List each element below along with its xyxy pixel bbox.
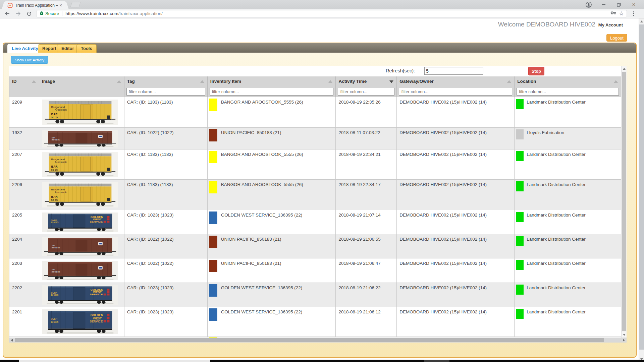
location-color-swatch [516, 129, 524, 139]
tab-title: TrainTraxx Application – T [15, 3, 58, 8]
table-vertical-scrollbar[interactable] [621, 66, 627, 338]
column-header-gateway-owner[interactable]: Gateway/Owner [397, 76, 515, 86]
table-row[interactable]: 2202 CAR: (ID: 1023) (1023) GOLDEN WEST … [9, 283, 621, 307]
cell-image [39, 128, 124, 149]
cell-tag: CAR: (ID: 1183) (1183) [124, 97, 208, 127]
location-color-swatch [516, 212, 524, 222]
filter-input-tag[interactable] [126, 88, 205, 96]
cell-id: 2201 [9, 307, 39, 337]
cell-inventory-item: UNION PACIFIC_850183 (21) [208, 234, 336, 258]
back-icon[interactable] [3, 10, 11, 18]
my-account-link[interactable]: My Account [598, 22, 623, 27]
cell-inventory-item: UNION PACIFIC_850183 (21) [208, 258, 336, 283]
cell-id: 2207 [9, 149, 39, 179]
table-row[interactable]: 2204 CAR: (ID: 1022) (1022) UNION PACIFI… [9, 234, 621, 258]
table-row[interactable]: 2205 CAR: (ID: 1023) (1023) GOLDEN WEST … [9, 210, 621, 234]
scroll-up-icon[interactable] [639, 18, 644, 24]
cell-activity-time: 2018-08-19 21:07:14 [336, 210, 397, 234]
table-filter-row [9, 86, 621, 97]
window-restore-button[interactable] [611, 0, 626, 9]
stop-button[interactable]: Stop [528, 67, 544, 75]
cell-gateway-owner: DEMOBOARD HIVE002 (15)/HIVE002 (14) [397, 128, 515, 149]
train-car-photo [42, 100, 118, 125]
table-body: 2209 CAR: (ID: 1183) (1183) BANGOR AND A… [9, 97, 621, 337]
location-color-swatch [516, 260, 524, 270]
cell-gateway-owner: DEMOBOARD HIVE002 (15)/HIVE002 (14) [397, 258, 515, 283]
cell-gateway-owner: DEMOBOARD HIVE002 (15)/HIVE002 (14) [397, 307, 515, 337]
filter-input-location[interactable] [517, 88, 619, 96]
column-header-id[interactable]: ID [9, 76, 39, 86]
table-row[interactable]: 2206 CAR: (ID: 1183) (1183) BANGOR AND A… [9, 180, 621, 210]
table-row[interactable]: 2207 CAR: (ID: 1183) (1183) BANGOR AND A… [9, 149, 621, 180]
table-header-row: ID Image Tag Inventory Item Activity Tim… [9, 76, 621, 86]
table-hscrollbar-thumb[interactable] [15, 338, 604, 342]
cell-activity-time: 2018-08-19 21:06:22 [336, 283, 397, 307]
train-car-photo [42, 285, 118, 305]
scroll-up-icon[interactable] [622, 66, 627, 71]
cell-image [39, 283, 124, 307]
cell-activity-time: 2018-08-19 21:06:47 [336, 258, 397, 283]
cell-image [39, 258, 124, 283]
window-minimize-button[interactable] [596, 0, 611, 9]
show-live-activity-button[interactable]: Show Live Activity [11, 56, 48, 64]
cell-activity-time: 2018-08-19 21:06:55 [336, 234, 397, 258]
cell-id: 2202 [9, 283, 39, 307]
tab-live-activity[interactable]: Live Activity [7, 44, 43, 53]
column-header-location[interactable]: Location [515, 76, 621, 86]
cell-gateway-owner: DEMOBOARD HIVE002 (15)/HIVE002 (14) [397, 283, 515, 307]
window-close-button[interactable]: × [626, 0, 641, 9]
refresh-seconds-input[interactable] [424, 67, 483, 75]
new-tab-button[interactable] [70, 2, 80, 7]
cell-inventory-item: GOLDEN WEST SERVICE_136395 (22) [208, 210, 336, 234]
cell-image [39, 307, 124, 337]
reload-icon[interactable] [25, 10, 33, 18]
scroll-down-icon[interactable] [622, 332, 627, 338]
sort-up-icon [614, 80, 618, 83]
app-tabbar: Live Activity Report Editor Tools [3, 43, 636, 53]
cell-image [39, 180, 124, 210]
location-color-swatch [516, 309, 524, 319]
tab-tools[interactable]: Tools [76, 44, 97, 53]
filter-input-inventory-item[interactable] [210, 88, 334, 96]
column-header-image[interactable]: Image [39, 76, 124, 86]
location-color-swatch [516, 151, 524, 161]
url-text: https://www.traintraxx.com/traintraxx-ap… [65, 11, 610, 16]
browser-menu-icon[interactable] [630, 11, 637, 16]
cell-tag: CAR: (ID: 1022) (1022) [124, 258, 208, 283]
browser-scrollbar-thumb[interactable] [639, 24, 644, 350]
cell-location: Landmark Distribution Center [515, 97, 621, 127]
column-header-activity-time[interactable]: Activity Time [336, 76, 397, 86]
activity-table: Refresh(sec): Stop ID Image Tag Inventor… [9, 66, 627, 343]
logout-button[interactable]: Logout [606, 34, 627, 42]
scroll-left-icon[interactable] [9, 338, 14, 343]
cell-inventory-item: GOLDEN WEST SERVICE_136395 (22) [208, 307, 336, 337]
table-row[interactable]: 2209 CAR: (ID: 1183) (1183) BANGOR AND A… [9, 97, 621, 128]
tab-editor[interactable]: Editor [57, 44, 78, 53]
filter-input-activity-time[interactable] [338, 88, 394, 96]
filter-input-gateway-owner[interactable] [399, 88, 512, 96]
table-row[interactable]: 1932 CAR: (ID: 1022) (1022) UNION PACIFI… [9, 128, 621, 149]
inventory-color-swatch [209, 260, 217, 272]
url-separator [62, 11, 62, 16]
cell-tag: CAR: (ID: 1023) (1023) [124, 283, 208, 307]
table-row[interactable]: 2203 CAR: (ID: 1022) (1022) UNION PACIFI… [9, 258, 621, 283]
browser-tab[interactable]: TrainTraxx Application – T × [5, 1, 65, 9]
scroll-right-icon[interactable] [621, 338, 627, 343]
bookmark-star-icon[interactable]: ☆ [619, 10, 624, 17]
address-bar[interactable]: Secure https://www.traintraxx.com/traint… [37, 10, 627, 17]
column-header-inventory-item[interactable]: Inventory Item [208, 76, 336, 86]
inventory-color-swatch [209, 129, 217, 141]
table-row[interactable]: 2201 CAR: (ID: 1023) (1023) GOLDEN WEST … [9, 307, 621, 337]
table-scrollbar-thumb[interactable] [622, 72, 626, 331]
tab-close-icon[interactable]: × [59, 3, 62, 8]
column-header-tag[interactable]: Tag [124, 76, 208, 86]
table-horizontal-scrollbar[interactable] [9, 338, 627, 343]
profile-icon[interactable] [581, 0, 596, 9]
train-car-photo [42, 309, 118, 334]
browser-window: TrainTraxx Application – T × × [0, 0, 644, 362]
cell-activity-time: 2018-08-19 22:35:26 [336, 97, 397, 127]
taskbar-segment [19, 360, 210, 362]
browser-vertical-scrollbar[interactable] [639, 18, 644, 362]
forward-icon[interactable] [14, 10, 22, 18]
key-icon[interactable] [610, 10, 616, 17]
